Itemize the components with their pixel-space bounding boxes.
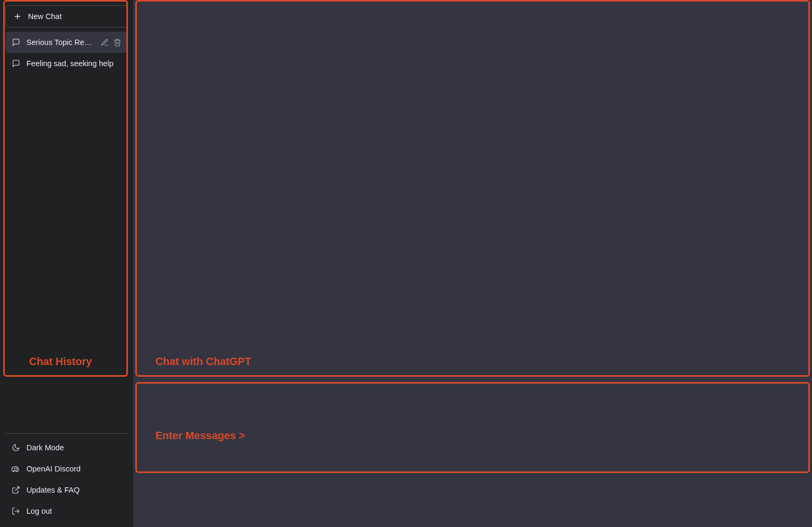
new-chat-label: New Chat xyxy=(28,12,62,21)
discord-button[interactable]: OpenAI Discord xyxy=(5,458,128,479)
svg-line-4 xyxy=(15,487,19,490)
logout-icon xyxy=(12,507,20,515)
svg-point-3 xyxy=(16,468,17,469)
dark-mode-button[interactable]: Dark Mode xyxy=(5,437,128,458)
new-chat-button[interactable]: New Chat xyxy=(5,5,128,28)
history-item-label: Serious Topic Request xyxy=(26,38,94,47)
chat-history: Serious Topic Request Feeling sad, seeki… xyxy=(5,32,128,433)
sidebar: New Chat Serious Topic Request Feeling s… xyxy=(0,0,133,527)
discord-label: OpenAI Discord xyxy=(26,465,80,473)
discord-icon xyxy=(12,465,20,473)
external-link-icon xyxy=(12,486,20,494)
message-icon xyxy=(12,38,20,47)
moon-icon xyxy=(12,443,20,452)
annotation-box xyxy=(135,382,810,473)
annotation-box xyxy=(135,0,810,377)
logout-button[interactable]: Log out xyxy=(5,501,128,522)
sidebar-footer: Dark Mode OpenAI Discord Updates & FAQ L… xyxy=(5,433,128,522)
annotation-label: Chat with ChatGPT xyxy=(155,356,251,368)
dark-mode-label: Dark Mode xyxy=(26,443,64,452)
edit-icon[interactable] xyxy=(100,38,109,47)
plus-icon xyxy=(13,12,22,21)
logout-label: Log out xyxy=(26,507,52,515)
history-item-label: Feeling sad, seeking help xyxy=(26,59,122,68)
updates-label: Updates & FAQ xyxy=(26,486,80,494)
history-item[interactable]: Feeling sad, seeking help xyxy=(5,53,128,74)
history-item[interactable]: Serious Topic Request xyxy=(5,32,128,53)
annotation-label: Enter Messages > xyxy=(155,430,245,442)
message-icon xyxy=(12,59,20,68)
svg-point-2 xyxy=(14,468,15,469)
trash-icon[interactable] xyxy=(113,38,122,47)
updates-faq-button[interactable]: Updates & FAQ xyxy=(5,479,128,501)
